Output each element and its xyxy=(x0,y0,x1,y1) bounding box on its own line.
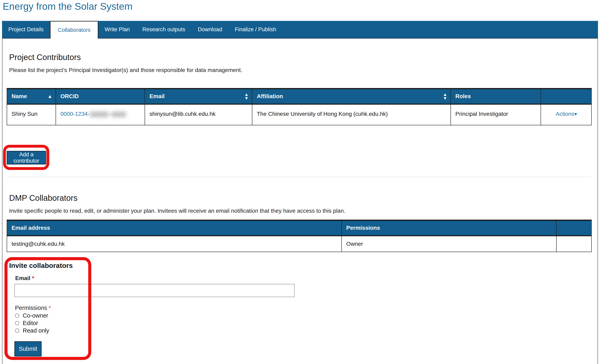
tab-research-outputs[interactable]: Research outputs xyxy=(136,21,192,38)
tab-finalize-publish[interactable]: Finalize / Publish xyxy=(228,21,282,38)
sort-both-icon: ▲▼ xyxy=(443,93,447,100)
radio-button-icon[interactable] xyxy=(15,321,19,325)
sort-ascending-icon: ▲ xyxy=(47,94,52,99)
contributor-email-cell: shinysun@lib.cuhk.edu.hk xyxy=(145,104,252,125)
dmp-collaborators-heading: DMP Collaborators xyxy=(9,194,77,203)
column-header-orcid: ORCID xyxy=(56,89,145,104)
tab-download[interactable]: Download xyxy=(191,21,228,38)
required-asterisk: * xyxy=(32,275,34,281)
contributor-row: Shiny Sun 0000-1234-- shinysun@lib.cuhk.… xyxy=(7,104,591,125)
invite-collaborators-heading: Invite collaborators xyxy=(9,261,73,270)
dmp-collaborators-description: Invite specific people to read, edit, or… xyxy=(9,208,346,214)
section-divider xyxy=(7,177,591,177)
contributor-affiliation-cell: The Chinese University of Hong Kong (cuh… xyxy=(252,104,451,125)
collaborator-permissions-cell: Owner xyxy=(342,236,556,252)
tab-write-plan[interactable]: Write Plan xyxy=(98,21,136,38)
contributor-name-cell: Shiny Sun xyxy=(7,104,56,125)
column-header-affiliation[interactable]: Affiliation ▲▼ xyxy=(252,89,451,104)
column-header-actions xyxy=(541,89,591,104)
tab-collaborators[interactable]: Collaborators xyxy=(50,21,98,39)
permissions-radio-group: Co-owner Editor Read only xyxy=(15,312,49,334)
column-header-roles: Roles xyxy=(451,89,541,104)
contributor-orcid-cell: 0000-1234-- xyxy=(56,104,145,125)
column-header-email[interactable]: Email ▲▼ xyxy=(145,89,252,104)
project-contributors-description: Please list the project’s Principal Inve… xyxy=(9,67,242,73)
project-contributors-heading: Project Contributors xyxy=(9,53,81,62)
add-contributor-button[interactable]: Add a contributor xyxy=(7,151,46,164)
contributors-header-row: Name ▲ ORCID Email ▲▼ Affiliation ▲▼ xyxy=(7,89,591,104)
page-title: Energy from the Solar System xyxy=(3,1,132,12)
chevron-down-icon: ▾ xyxy=(574,111,577,117)
column-header-email-address: Email address xyxy=(7,220,342,236)
dmp-collaborators-table: Email address Permissions testing@cuhk.e… xyxy=(7,220,591,252)
email-label: Email* xyxy=(15,275,34,281)
contributor-roles-cell: Principal Investigator xyxy=(451,104,541,125)
plan-tabbar: Project Details Collaborators Write Plan… xyxy=(2,21,598,39)
contributor-actions-cell: Actions▾ xyxy=(541,104,591,125)
radio-option-read-only[interactable]: Read only xyxy=(15,327,49,334)
collaborators-header-row: Email address Permissions xyxy=(7,220,591,236)
collaborator-email-cell: testing@cuhk.edu.hk xyxy=(7,236,342,252)
content-panel xyxy=(2,38,598,364)
collaborator-actions-cell xyxy=(556,236,591,252)
orcid-redacted-segment xyxy=(90,112,109,117)
contributors-table: Name ▲ ORCID Email ▲▼ Affiliation ▲▼ xyxy=(7,88,591,125)
permissions-label: Permissions* xyxy=(15,305,51,311)
actions-dropdown-button[interactable]: Actions▾ xyxy=(556,111,577,117)
column-header-name[interactable]: Name ▲ xyxy=(7,89,56,104)
radio-option-editor[interactable]: Editor xyxy=(15,319,49,327)
invite-email-input[interactable] xyxy=(14,284,295,297)
orcid-link[interactable]: 0000-1234-- xyxy=(60,111,126,117)
tab-project-details[interactable]: Project Details xyxy=(2,21,50,38)
plan-collaborators-page: Energy from the Solar System Project Det… xyxy=(0,0,600,364)
radio-button-icon[interactable] xyxy=(15,314,19,318)
collaborator-row: testing@cuhk.edu.hk Owner xyxy=(7,236,591,252)
submit-button[interactable]: Submit xyxy=(14,341,42,356)
radio-option-co-owner[interactable]: Co-owner xyxy=(15,312,49,319)
column-header-blank xyxy=(556,220,591,236)
orcid-redacted-segment xyxy=(111,112,126,117)
radio-button-icon[interactable] xyxy=(15,328,19,333)
required-asterisk: * xyxy=(49,305,51,311)
column-header-permissions: Permissions xyxy=(342,220,556,236)
sort-both-icon: ▲▼ xyxy=(244,93,249,100)
